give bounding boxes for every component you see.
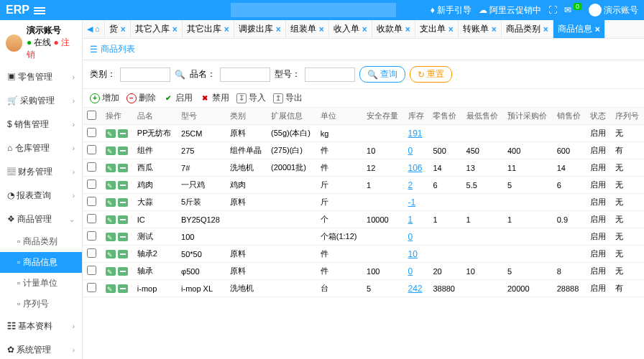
tab-close-icon[interactable]: × xyxy=(172,24,178,34)
tab-6[interactable]: 收款单 × xyxy=(372,20,415,38)
edit-icon[interactable] xyxy=(106,267,116,276)
cat-search-icon[interactable]: 🔍 xyxy=(175,70,185,80)
stock-link[interactable]: -1 xyxy=(408,197,416,208)
menu-2[interactable]: $ 销售管理› xyxy=(0,113,82,136)
filter-cat-label: 类别： xyxy=(90,68,116,80)
delete-row-icon[interactable] xyxy=(118,198,128,207)
row-checkbox[interactable] xyxy=(87,162,96,172)
tab-close-icon[interactable]: × xyxy=(543,24,548,34)
tab-2[interactable]: 其它出库 × xyxy=(183,20,234,38)
menu-4[interactable]: ▤ 财务管理› xyxy=(0,160,82,184)
table-row: 组件275组件单晶(275)(白)件100500450400600启用有 xyxy=(83,142,644,159)
import-button[interactable]: ↧导入 xyxy=(236,92,266,104)
edit-icon[interactable] xyxy=(106,215,116,224)
submenu-2[interactable]: ▫ 计量单位 xyxy=(0,273,82,294)
promo-link[interactable]: ☁ 阿里云促销中 xyxy=(479,4,541,17)
menu-1[interactable]: 🛒 采购管理› xyxy=(0,89,82,113)
edit-icon[interactable] xyxy=(106,233,116,241)
row-checkbox[interactable] xyxy=(87,197,96,206)
stock-link[interactable]: 0 xyxy=(408,266,413,276)
row-checkbox[interactable] xyxy=(87,248,96,258)
fullscreen-icon[interactable]: ⛶ xyxy=(548,5,557,15)
submenu-3[interactable]: ▫ 序列号 xyxy=(0,294,82,314)
submenu-0[interactable]: ▫ 商品类别 xyxy=(0,231,82,252)
tab-close-icon[interactable]: × xyxy=(405,24,410,34)
menu-5[interactable]: ◔ 报表查询› xyxy=(0,184,82,208)
tab-close-icon[interactable]: × xyxy=(319,24,324,34)
stock-link[interactable]: 2 xyxy=(408,180,413,190)
stock-link[interactable]: 242 xyxy=(408,284,423,294)
tab-close-icon[interactable]: × xyxy=(224,24,229,34)
edit-icon[interactable] xyxy=(106,129,116,138)
stock-link[interactable]: 10 xyxy=(408,249,418,259)
stock-link[interactable]: 1 xyxy=(408,215,413,225)
tab-7[interactable]: 支出单 × xyxy=(415,20,459,38)
row-checkbox[interactable] xyxy=(87,145,96,154)
stock-link[interactable]: 191 xyxy=(408,129,423,139)
menu-8[interactable]: ✿ 系统管理› xyxy=(0,338,82,359)
row-checkbox[interactable] xyxy=(87,266,96,275)
tab-3[interactable]: 调拨出库 × xyxy=(234,20,286,38)
tab-4[interactable]: 组装单 × xyxy=(286,20,329,38)
delete-row-icon[interactable] xyxy=(118,164,128,172)
tab-10[interactable]: 商品信息 × xyxy=(553,20,605,38)
edit-icon[interactable] xyxy=(106,198,116,207)
delete-row-icon[interactable] xyxy=(118,129,128,138)
edit-icon[interactable] xyxy=(106,146,116,155)
export-button[interactable]: ↥导出 xyxy=(273,92,303,104)
row-checkbox[interactable] xyxy=(87,231,96,241)
delete-row-icon[interactable] xyxy=(118,267,128,276)
filter-model-input[interactable] xyxy=(305,67,355,82)
tab-close-icon[interactable]: × xyxy=(276,24,281,34)
tab-1[interactable]: 其它入库 × xyxy=(131,20,183,38)
disable-button[interactable]: ✖禁用 xyxy=(200,92,229,104)
edit-icon[interactable] xyxy=(106,181,116,190)
delete-row-icon[interactable] xyxy=(118,181,128,190)
tab-close-icon[interactable]: × xyxy=(121,24,126,34)
row-checkbox[interactable] xyxy=(87,283,96,292)
delete-row-icon[interactable] xyxy=(118,233,128,241)
select-all-checkbox[interactable] xyxy=(87,111,96,120)
tab-close-icon[interactable]: × xyxy=(448,24,454,34)
menu-7[interactable]: ☷ 基本资料› xyxy=(0,314,82,338)
menu-0[interactable]: ▣ 零售管理› xyxy=(0,65,82,89)
row-checkbox[interactable] xyxy=(87,214,96,223)
edit-icon[interactable] xyxy=(106,250,116,258)
enable-button[interactable]: ✔启用 xyxy=(163,92,193,104)
stock-link[interactable]: 106 xyxy=(408,163,423,173)
filter-name-input[interactable] xyxy=(220,67,270,82)
guide-link[interactable]: ♦ 新手引导 xyxy=(431,4,472,17)
tab-0[interactable]: 货 × xyxy=(105,20,131,38)
submenu-1[interactable]: ▫ 商品信息 xyxy=(0,252,82,273)
row-checkbox[interactable] xyxy=(87,180,96,189)
edit-icon[interactable] xyxy=(106,284,116,293)
stock-link[interactable]: 0 xyxy=(408,146,413,156)
menu-toggle-icon[interactable] xyxy=(34,6,45,14)
panel-title: ☰ 商品列表 xyxy=(83,39,644,60)
tab-close-icon[interactable]: × xyxy=(492,24,497,34)
user-menu[interactable]: 演示账号 xyxy=(589,4,638,17)
stock-link[interactable]: 0 xyxy=(408,232,413,242)
row-checkbox[interactable] xyxy=(87,128,96,137)
delete-row-icon[interactable] xyxy=(118,146,128,155)
delete-button[interactable]: −删除 xyxy=(126,92,156,104)
menu-3[interactable]: ⌂ 仓库管理› xyxy=(0,136,82,160)
tab-5[interactable]: 收入单 × xyxy=(329,20,372,38)
tab-home[interactable]: ◀ ⌂ xyxy=(83,20,105,38)
add-button[interactable]: +增加 xyxy=(90,92,119,104)
menu-6[interactable]: ❖ 商品管理⌄ xyxy=(0,208,82,231)
delete-row-icon[interactable] xyxy=(118,284,128,293)
search-button[interactable]: 🔍 查询 xyxy=(359,66,405,83)
delete-row-icon[interactable] xyxy=(118,250,128,258)
col-cat: 类别 xyxy=(226,108,267,125)
edit-icon[interactable] xyxy=(106,164,116,172)
tab-close-icon[interactable]: × xyxy=(362,24,367,34)
tab-9[interactable]: 商品类别 × xyxy=(502,20,553,38)
filter-cat-input[interactable] xyxy=(120,67,170,82)
delete-row-icon[interactable] xyxy=(118,215,128,224)
global-search-input[interactable] xyxy=(231,3,396,17)
message-icon[interactable]: ✉0 xyxy=(564,5,581,15)
reset-button[interactable]: ↻ 重置 xyxy=(410,66,452,83)
tab-8[interactable]: 转账单 × xyxy=(459,20,502,38)
tab-close-icon[interactable]: × xyxy=(595,24,600,34)
